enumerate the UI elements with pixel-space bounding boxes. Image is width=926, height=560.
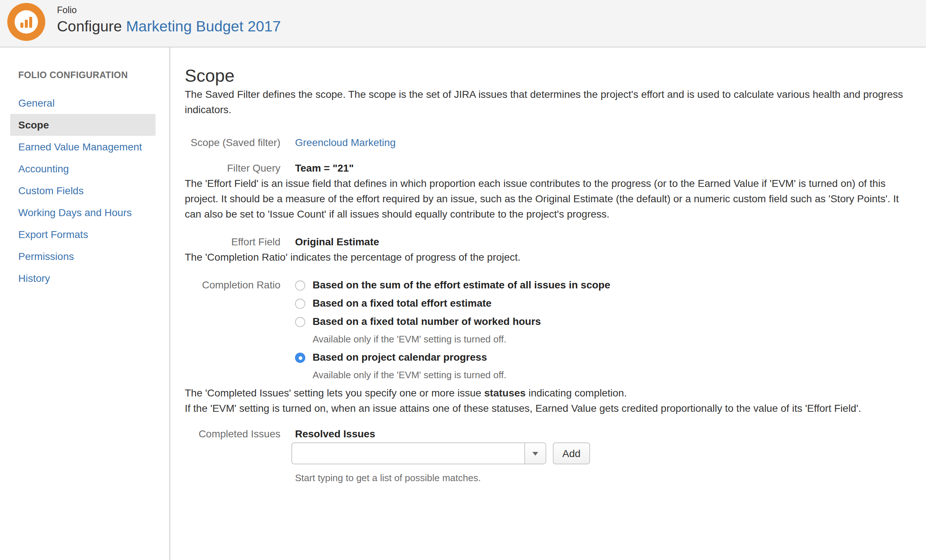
completion-ratio-row: Completion Ratio Based on the sum of the… [185,277,908,386]
sidebar-item-working-days-and-hours[interactable]: Working Days and Hours [0,201,169,223]
completed-issues-label: Completed Issues [185,426,280,442]
app-header: Folio Configure Marketing Budget 2017 [0,0,926,47]
filter-query-label: Filter Query [185,160,280,176]
sidebar-heading: FOLIO CONFIGURATION [18,70,169,80]
completed-issues-value: Resolved Issues [295,426,375,442]
main-content: Scope The Saved Filter defines the scope… [170,47,926,560]
radio-option-note: Available only if the 'EVM' setting is t… [313,369,610,381]
completed-issues-row: Completed Issues Resolved Issues [185,426,908,442]
add-button[interactable]: Add [553,442,590,465]
page-title-prefix: Configure [57,18,122,34]
sidebar-item-scope[interactable]: Scope [10,114,156,136]
page: Folio Configure Marketing Budget 2017 FO… [0,0,926,560]
effort-field-description: The 'Effort Field' is an issue field tha… [185,176,908,222]
sidebar-item-accounting[interactable]: Accounting [0,158,169,180]
radio-button[interactable] [295,316,305,327]
sidebar: FOLIO CONFIGURATION General Scope Earned… [0,47,170,560]
sidebar-item-general[interactable]: General [0,92,169,114]
radio-option-calendar-progress[interactable]: Based on project calendar progress [295,350,610,365]
effort-field-value: Original Estimate [295,235,379,250]
status-combobox [291,442,546,465]
app-label: Folio [57,5,281,15]
radio-button[interactable] [295,298,305,309]
statuses-bold-word: statuses [484,387,526,399]
completed-issues-description: The 'Completed Issues' setting lets you … [185,386,908,416]
dropdown-button[interactable] [524,443,546,464]
filter-query-value: Team = "21" [295,160,354,176]
status-input[interactable] [292,443,524,464]
folio-logo [7,3,45,41]
sidebar-nav: General Scope Earned Value Management Ac… [0,92,169,289]
section-title: Scope [185,65,908,87]
input-hint: Start typing to get a list of possible m… [295,472,908,483]
header-text: Folio Configure Marketing Budget 2017 [57,5,281,35]
saved-filter-label: Scope (Saved filter) [185,135,280,150]
bar-chart-icon [15,10,38,33]
radio-option-note: Available only if the 'EVM' setting is t… [313,333,610,345]
sidebar-item-earned-value-management[interactable]: Earned Value Management [0,136,169,158]
sidebar-item-history[interactable]: History [0,267,169,289]
folio-name-link[interactable]: Marketing Budget 2017 [126,18,281,34]
effort-field-row: Effort Field Original Estimate [185,235,908,250]
saved-filter-row: Scope (Saved filter) Greencloud Marketin… [185,135,908,150]
scope-description: The Saved Filter defines the scope. The … [185,87,908,118]
radio-option-fixed-total-effort[interactable]: Based on a fixed total effort estimate [295,296,610,311]
sidebar-item-permissions[interactable]: Permissions [0,245,169,267]
sidebar-item-export-formats[interactable]: Export Formats [0,223,169,245]
page-title: Configure Marketing Budget 2017 [57,18,281,35]
radio-option-sum-of-effort[interactable]: Based on the sum of the effort estimate … [295,277,610,293]
saved-filter-link[interactable]: Greencloud Marketing [295,136,396,148]
chevron-down-icon [533,452,538,455]
radio-option-fixed-worked-hours[interactable]: Based on a fixed total number of worked … [295,314,610,329]
effort-field-label: Effort Field [185,235,280,250]
radio-button-selected[interactable] [295,352,305,363]
filter-query-row: Filter Query Team = "21" [185,160,908,176]
radio-button[interactable] [295,280,305,290]
status-picker-row: Add [185,442,908,465]
completion-ratio-label: Completion Ratio [185,277,280,293]
sidebar-item-custom-fields[interactable]: Custom Fields [0,180,169,201]
completion-ratio-description: The 'Completion Ratio' indicates the per… [185,250,908,265]
